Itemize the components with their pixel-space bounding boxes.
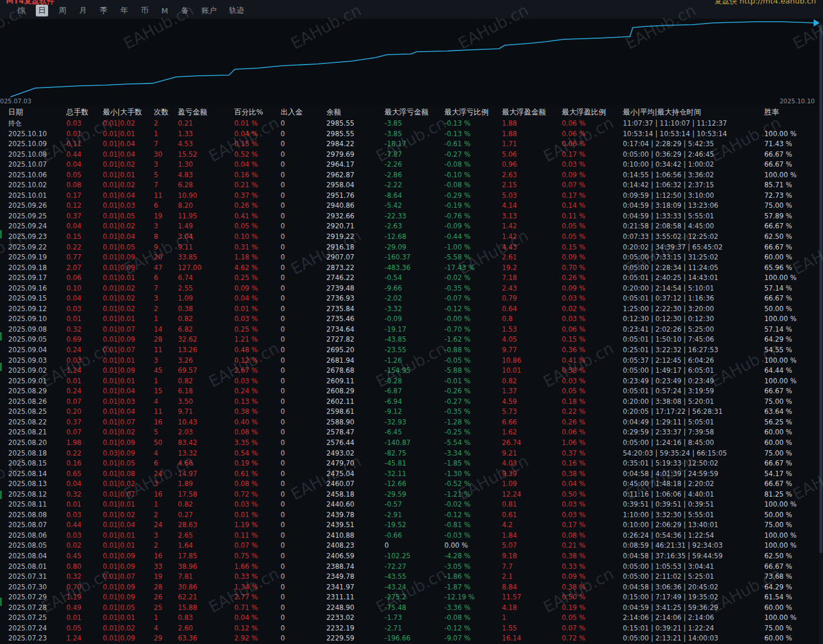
- table-row[interactable]: 2025.09.030.030.01|0.0133.260.12 %02681.…: [0, 356, 823, 366]
- scrollbar-thumb[interactable]: [819, 25, 822, 553]
- period-tab-7[interactable]: M: [159, 6, 170, 16]
- cell: 2440.60: [326, 500, 384, 510]
- table-row[interactable]: 2025.08.120.320.01|0.071617.580.72 %0245…: [0, 490, 823, 500]
- table-row[interactable]: 2025.08.010.800.01|0.093338.961.66 %0238…: [0, 562, 823, 572]
- table-row[interactable]: 2025.08.290.240.01|0.04156.180.24 %02608…: [0, 386, 823, 397]
- cell: 0.01|0.02: [103, 304, 154, 315]
- table-row[interactable]: 2025.07.300.700.01|0.092830.861.34 %0234…: [0, 582, 823, 593]
- table-row[interactable]: 2025.08.220.370.01|0.071610.430.40 %0258…: [0, 417, 823, 428]
- table-row[interactable]: 2025.09.190.770.01|0.092033.851.18 %0290…: [0, 252, 823, 263]
- table-row[interactable]: 2025.09.021.240.01|0.094569.572.67 %0267…: [0, 366, 823, 376]
- table-row[interactable]: 2025.08.040.450.01|0.091617.850.75 %0240…: [0, 551, 823, 562]
- period-tab-2[interactable]: 周: [56, 5, 69, 16]
- cell: 0:04:58 | 4:01:39 | 24:59:59: [623, 469, 764, 480]
- table-row[interactable]: 2025.09.220.220.01|0.0599.110.31 %02916.…: [0, 242, 823, 253]
- cell: 0: [281, 531, 326, 541]
- table-row[interactable]: 2025.09.040.240.01|0.071113.260.48 %0269…: [0, 345, 823, 356]
- cell: 0:39:51 | 0:39:51 | 0:39:51: [623, 500, 764, 510]
- period-tab-0[interactable]: 综: [15, 5, 28, 16]
- table-row[interactable]: 2025.07.231.240.01|0.092963.362.92 %0222…: [0, 633, 823, 644]
- tab-track[interactable]: 轨迹: [227, 5, 247, 16]
- cell: 0: [281, 314, 326, 325]
- table-row[interactable]: 2025.08.260.070.01|0.0343.500.13 %02602.…: [0, 397, 823, 407]
- table-row[interactable]: 2025.10.090.110.01|0.0474.530.15 %02984.…: [0, 139, 823, 150]
- table-row[interactable]: 2025.07.280.490.01|0.052515.880.71 %0224…: [0, 603, 823, 613]
- cell: 2:14:06 | 2:14:06 | 2:14:06: [623, 613, 764, 623]
- table-row[interactable]: 2025.10.010.170.01|0.041110.900.37 %0295…: [0, 191, 823, 201]
- table-row[interactable]: 2025.09.080.320.01|0.07146.820.25 %02734…: [0, 325, 823, 335]
- cell: -9.66: [384, 284, 444, 294]
- table-row[interactable]: 2025.09.230.150.01|0.0483.040.10 %02919.…: [0, 232, 823, 242]
- equity-curve-chart: 025.07.03 2025.10.10: [0, 19, 823, 106]
- cell: 10.90: [178, 191, 234, 201]
- table-row[interactable]: 2025.08.080.030.01|0.0220.270.01 %02439.…: [0, 510, 823, 521]
- period-tab-9[interactable]: 账户: [199, 5, 219, 16]
- cell: 0.03 %: [562, 160, 623, 170]
- cell: 0: [281, 119, 326, 129]
- period-tab-3[interactable]: 月: [77, 5, 89, 16]
- table-row[interactable]: 2025.09.240.040.01|0.0231.490.05 %02920.…: [0, 221, 823, 232]
- table-row[interactable]: 2025.09.010.010.01|0.0110.820.03 %02609.…: [0, 376, 823, 387]
- table-row[interactable]: 2025.08.180.220.03|0.09413.320.54 %02493…: [0, 449, 823, 459]
- table-row[interactable]: 2025.10.020.080.01|0.0276.280.21 %02958.…: [0, 180, 823, 191]
- period-tab-8[interactable]: 备: [178, 5, 191, 16]
- table-row[interactable]: 2025.09.120.030.01|0.0220.380.01 %02735.…: [0, 304, 823, 315]
- table-row[interactable]: 2025.09.050.690.01|0.092832.621.21 %0272…: [0, 335, 823, 345]
- table-row[interactable]: 持仓0.030.01|0.0220.210.01 %02985.55-3.85-…: [0, 119, 823, 129]
- table-row[interactable]: 2025.10.100.010.01|0.0111.330.04 %02985.…: [0, 129, 823, 140]
- cell: 66.67 %: [764, 479, 823, 490]
- table-row[interactable]: 2025.09.182.070.01|0.0947127.004.62 %028…: [0, 263, 823, 274]
- period-tab-1[interactable]: 日: [36, 5, 48, 16]
- cell: 0: [281, 427, 326, 438]
- cell: -12.19 %: [444, 592, 502, 603]
- period-tab-6[interactable]: 币: [139, 5, 151, 16]
- table-row[interactable]: 2025.08.250.200.01|0.04119.710.38 %02598…: [0, 407, 823, 417]
- table-row[interactable]: 2025.09.250.370.01|0.051911.950.41 %0293…: [0, 211, 823, 222]
- cell: 28: [154, 582, 178, 593]
- cell: -0.26 %: [444, 386, 502, 397]
- promo-link[interactable]: 复盘快 http://mt4.eahub.cn: [714, 0, 816, 6]
- table-row[interactable]: 2025.08.201.980.01|0.095083.423.35 %0257…: [0, 438, 823, 449]
- table-row[interactable]: 2025.09.150.040.01|0.0231.090.04 %02736.…: [0, 294, 823, 304]
- cell: 4.59: [502, 397, 562, 407]
- vertical-scrollbar[interactable]: [819, 20, 823, 644]
- table-row[interactable]: 2025.08.130.040.01|0.0231.890.08 %02460.…: [0, 479, 823, 490]
- cell: 0.03 %: [562, 294, 623, 304]
- cell: 0.27: [178, 510, 234, 521]
- cell: -0.05 %: [444, 356, 502, 366]
- table-row[interactable]: 2025.08.060.030.01|0.0132.650.11 %02410.…: [0, 531, 823, 541]
- table-row[interactable]: 2025.09.260.120.01|0.0368.200.26 %02940.…: [0, 201, 823, 211]
- cell: 2025.07.25: [8, 613, 66, 623]
- table-row[interactable]: 2025.09.160.100.01|0.0272.550.09 %02739.…: [0, 284, 823, 294]
- table-row[interactable]: 2025.08.140.650.01|0.082414.970.61 %0247…: [0, 469, 823, 480]
- cell: 2734.64: [326, 325, 384, 335]
- cell: 8.84: [502, 582, 562, 593]
- period-tab-4[interactable]: 季: [97, 5, 110, 16]
- table-row[interactable]: 2025.07.250.010.01|0.0110.830.04 %02233.…: [0, 613, 823, 623]
- cell: 100.00 %: [764, 376, 823, 387]
- cell: -0.01 %: [444, 376, 502, 387]
- table-row[interactable]: 2025.08.210.070.01|0.0252.030.08 %02578.…: [0, 427, 823, 438]
- table-row[interactable]: 2025.10.060.050.01|0.0154.830.16 %02962.…: [0, 170, 823, 181]
- table-row[interactable]: 2025.08.110.010.01|0.0110.820.03 %02440.…: [0, 500, 823, 510]
- table-row[interactable]: 2025.08.150.160.01|0.0564.660.19 %02479.…: [0, 458, 823, 469]
- cell: 26.74: [502, 438, 562, 449]
- cell: -0.12 %: [444, 510, 502, 521]
- table-row[interactable]: 2025.07.291.190.01|0.092662.212.77 %0231…: [0, 592, 823, 603]
- cell: 5.06: [502, 150, 562, 160]
- cell: 0.22: [66, 449, 103, 459]
- table-row[interactable]: 2025.10.080.440.01|0.043015.520.52 %0297…: [0, 150, 823, 160]
- table-row[interactable]: 2025.07.240.050.01|0.0242.600.12 %02232.…: [0, 623, 823, 634]
- cell: 16.14: [502, 633, 562, 644]
- table-row[interactable]: 2025.09.170.060.01|0.0166.740.25 %02746.…: [0, 273, 823, 284]
- table-row[interactable]: 2025.08.050.020.01|0.0121.640.07 %02408.…: [0, 541, 823, 551]
- cell: 2025.10.01: [8, 191, 66, 201]
- period-tab-5[interactable]: 年: [118, 5, 130, 16]
- cell: 75.00 %: [764, 201, 823, 211]
- table-row[interactable]: 2025.07.310.320.01|0.07197.810.33 %02349…: [0, 572, 823, 582]
- cell: 2025.09.15: [8, 294, 66, 304]
- table-row[interactable]: 2025.08.070.440.01|0.042428.631.19 %0243…: [0, 520, 823, 531]
- table-row[interactable]: 2025.09.100.010.01|0.0110.820.03 %02735.…: [0, 314, 823, 325]
- table-row[interactable]: 2025.10.070.040.01|0.0231.300.04 %02964.…: [0, 160, 823, 170]
- cell: 0.72 %: [234, 490, 281, 500]
